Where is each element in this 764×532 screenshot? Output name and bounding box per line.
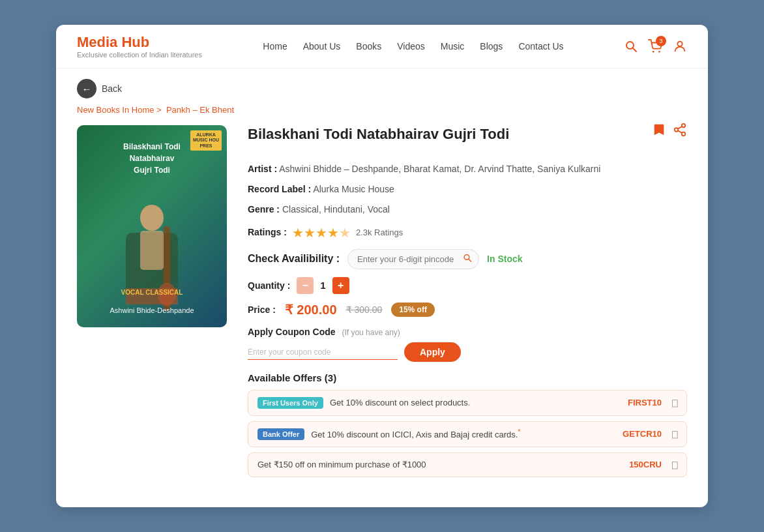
artist-row: Artist : Ashwini Bhidde – Deshpande, Bha…	[248, 162, 687, 176]
back-label: Back	[102, 83, 122, 94]
svg-line-1	[633, 48, 636, 52]
svg-line-17	[469, 259, 471, 262]
sub-header: ← Back New Books In Home > Pankh – Ek Bh…	[56, 68, 708, 125]
product-details: Bilaskhani Todi Natabhairav Gujri Todi	[248, 125, 687, 482]
check-avail-label: Check Availibility :	[248, 253, 340, 265]
breadcrumb: New Books In Home > Pankh – Ek Bhent	[77, 105, 687, 115]
cart-button[interactable]: 3	[648, 39, 662, 53]
back-button[interactable]: ← Back	[77, 79, 122, 98]
bookmark-icon	[652, 123, 666, 137]
copy-icon-3[interactable]: ⎕	[672, 460, 677, 470]
in-stock-label: In Stock	[487, 254, 522, 264]
price-label: Price :	[248, 304, 276, 315]
offers-title: Available Offers (3)	[248, 372, 687, 383]
offer-desc-2: Get 10% discount on ICICI, Axis and Baja…	[311, 428, 616, 439]
svg-point-13	[682, 132, 686, 136]
svg-point-3	[658, 51, 660, 53]
back-circle-icon: ←	[77, 79, 96, 98]
offer-card-3: Get ₹150 off on minimum purchase of ₹100…	[248, 452, 687, 477]
coupon-title-text: Apply Coupon Code	[248, 327, 336, 337]
pincode-search-icon	[463, 254, 472, 265]
check-availability-row: Check Availibility : In Stock	[248, 249, 687, 269]
pincode-input[interactable]	[348, 250, 478, 269]
nav-item-music[interactable]: Music	[441, 41, 465, 52]
product-image: ALURKA MUSIC HOU PRES Bilaskhani Todi Na…	[77, 125, 227, 327]
breadcrumb-current: Pankh – Ek Bhent	[166, 105, 234, 115]
user-button[interactable]	[673, 39, 687, 53]
ratings-row: Ratings : ★★★★★ 2.3k Ratings	[248, 223, 687, 243]
offer-code-1: FIRST10	[628, 398, 662, 407]
share-button[interactable]	[673, 123, 687, 140]
offer-desc-3: Get ₹150 off on minimum purchase of ₹100…	[257, 460, 623, 469]
user-icon	[673, 39, 687, 53]
artist-label: Artist :	[248, 164, 277, 174]
svg-point-11	[682, 124, 686, 128]
svg-line-14	[678, 130, 682, 133]
product-title: Bilaskhani Todi Natabhairav Gujri Todi	[248, 125, 509, 144]
quantity-value: 1	[320, 280, 325, 291]
offer-desc-1: Get 10% discount on select products.	[330, 398, 621, 407]
main-content: ALURKA MUSIC HOU PRES Bilaskhani Todi Na…	[56, 125, 708, 498]
offer-card-1: First Users Only Get 10% discount on sel…	[248, 390, 687, 416]
offers-section: Available Offers (3) First Users Only Ge…	[248, 372, 687, 477]
artist-value: Ashwini Bhidde – Deshpande, Bharat Kamat…	[279, 164, 600, 174]
ratings-count: 2.3k Ratings	[356, 226, 403, 239]
nav-item-contact[interactable]: Contact Us	[518, 41, 563, 52]
price-row: Price : ₹ 200.00 ₹ 300.00 15% off	[248, 302, 687, 318]
quantity-label: Quantity :	[248, 280, 290, 291]
record-label-row: Record Label : Alurka Music House	[248, 183, 687, 196]
genre-value: Classical, Hindutani, Vocal	[282, 204, 390, 214]
stars: ★★★★★	[292, 223, 351, 243]
nav-item-about[interactable]: About Us	[303, 41, 341, 52]
offer-card-2: Bank Offer Get 10% discount on ICICI, Ax…	[248, 421, 687, 447]
ratings-label: Ratings :	[248, 226, 287, 239]
breadcrumb-base: New Books In Home >	[77, 105, 162, 115]
bookmark-button[interactable]	[652, 123, 666, 140]
svg-point-12	[675, 128, 679, 132]
search-icon	[624, 40, 638, 53]
coupon-sub: (If you have any)	[342, 328, 400, 337]
svg-line-15	[678, 126, 682, 129]
svg-point-2	[653, 51, 654, 53]
logo-subtitle: Exclusive collection of Indian literatur…	[77, 51, 202, 59]
offer-code-3: 150CRU	[629, 460, 662, 469]
offer-tag-1: First Users Only	[257, 397, 323, 409]
product-actions	[652, 123, 687, 140]
nav-item-blogs[interactable]: Blogs	[480, 41, 503, 52]
coupon-input[interactable]	[248, 344, 398, 360]
coupon-section: Apply Coupon Code (If you have any) Appl…	[248, 327, 687, 362]
copy-icon-2[interactable]: ⎕	[672, 429, 677, 439]
header: Media Hub Exclusive collection of Indian…	[56, 25, 708, 68]
svg-rect-7	[140, 231, 164, 270]
share-icon	[673, 123, 687, 137]
logo: Media Hub Exclusive collection of Indian…	[77, 34, 202, 59]
svg-point-5	[140, 205, 164, 231]
coupon-title: Apply Coupon Code (If you have any)	[248, 327, 687, 337]
record-label-value: Alurka Music House	[313, 184, 394, 194]
nav-item-home[interactable]: Home	[263, 41, 287, 52]
discount-badge: 15% off	[391, 303, 435, 317]
price-old: ₹ 300.00	[346, 304, 383, 315]
svg-point-4	[677, 42, 682, 46]
main-nav: Home About Us Books Videos Music Blogs C…	[223, 41, 604, 52]
coupon-row: Apply	[248, 342, 687, 362]
apply-coupon-button[interactable]: Apply	[404, 342, 461, 362]
album-cover-genre: VOCAL CLASSICAL	[82, 289, 222, 296]
nav-item-books[interactable]: Books	[356, 41, 381, 52]
nav-item-videos[interactable]: Videos	[397, 41, 425, 52]
album-cover-title: Bilaskhani Todi Natabhairav Gujri Todi	[82, 133, 222, 184]
quantity-row: Quantity : − 1 +	[248, 277, 687, 294]
cart-badge: 3	[656, 36, 666, 46]
quantity-minus-button[interactable]: −	[297, 277, 314, 294]
offer-code-2: GETCR10	[623, 429, 662, 439]
search-button[interactable]	[624, 40, 638, 53]
header-icons: 3	[624, 39, 687, 53]
logo-title: Media Hub	[77, 34, 202, 51]
pincode-input-wrap	[347, 249, 479, 269]
genre-row: Genre : Classical, Hindutani, Vocal	[248, 203, 687, 216]
asterisk-2: *	[518, 428, 520, 436]
quantity-plus-button[interactable]: +	[332, 277, 349, 294]
genre-label: Genre :	[248, 204, 280, 214]
price-new: ₹ 200.00	[285, 302, 337, 318]
copy-icon-1[interactable]: ⎕	[672, 398, 677, 408]
